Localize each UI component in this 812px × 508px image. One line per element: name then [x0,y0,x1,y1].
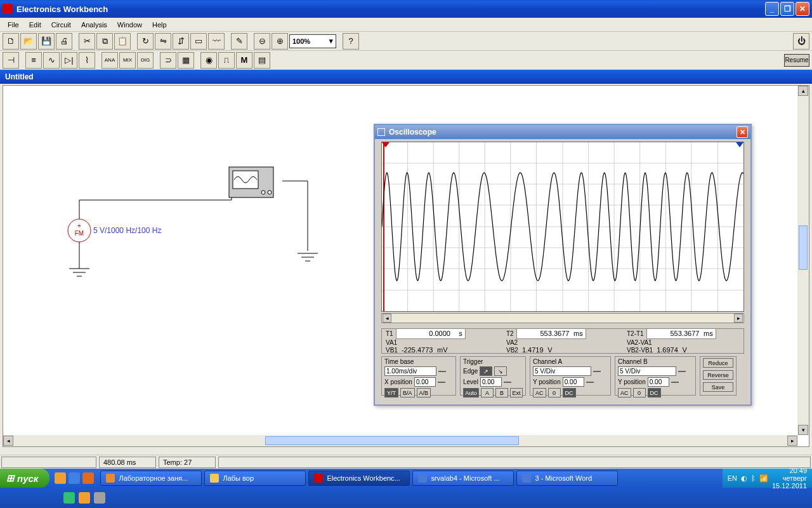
chb-ypos-input[interactable]: 0.00 [648,377,669,387]
open-button[interactable]: 📂 [20,33,37,50]
edge-fall-button[interactable]: ↘ [494,366,507,376]
graph-button[interactable]: 〰 [208,33,225,50]
ql-icon-2[interactable] [69,472,80,484]
zoom-select[interactable]: 100%▾ [289,34,336,48]
oscilloscope-title-bar[interactable]: Oscilloscope ✕ [375,125,750,139]
new-button[interactable]: 🗋 [3,33,19,50]
sources-bin[interactable]: ⊣ [3,52,19,69]
xpos-input[interactable]: 0.00 [414,377,436,387]
timebase-input[interactable]: 1.00ms/div [384,366,436,376]
oscilloscope-scrollbar[interactable]: ◂ ▸ [381,313,744,323]
yt-button[interactable]: Y/T [384,388,398,398]
workspace-hscroll[interactable]: ◂ ▸ [3,435,797,446]
system-tray[interactable]: EN ◐ ᛒ 📶 20:49 четверг 15.12.2011 [723,469,812,488]
ba-button[interactable]: B/A [400,388,415,398]
basic-bin[interactable]: ≡ [25,52,42,69]
menu-window[interactable]: Window [112,20,147,30]
vscroll-up-arrow[interactable]: ▴ [798,86,808,96]
ql2-icon-3[interactable] [94,492,105,504]
chb-dc-button[interactable]: DC [648,388,661,398]
taskbar-task-1[interactable]: Лабы вор [204,471,306,486]
zoom-in-button[interactable]: ⊕ [272,33,288,50]
taskbar-task-2[interactable]: Electronics Workbenc... [308,471,410,486]
component-props-button[interactable]: ✎ [231,33,247,50]
menu-circuit[interactable]: Circuit [46,20,76,30]
instruments-bin[interactable]: ▤ [254,52,270,69]
menu-edit[interactable]: Edit [24,20,46,30]
diode-bin[interactable]: ▷| [61,52,77,69]
taskbar-task-4[interactable]: 3 - Microsoft Word [516,471,618,486]
vscroll-down-arrow[interactable]: ▾ [798,425,808,435]
rotate-button[interactable]: ↻ [137,33,154,50]
maximize-button[interactable]: ❐ [780,2,794,16]
oscilloscope-close-button[interactable]: ✕ [737,126,748,138]
save-button[interactable]: 💾 [38,33,55,50]
trigger-a-button[interactable]: A [481,388,494,398]
logic-bin[interactable]: ⊃ [160,52,176,69]
chb-0-button[interactable]: 0 [633,388,646,398]
scroll-right-arrow[interactable]: ▸ [734,314,743,323]
tray-network-icon[interactable]: ◐ [741,474,747,483]
indicators-bin[interactable]: ◉ [200,52,217,69]
digital-bin[interactable]: DIG [137,52,154,69]
trigger-ext-button[interactable]: Ext [510,388,523,398]
mixed-bin[interactable]: MIX [119,52,136,69]
menu-help[interactable]: Help [147,20,172,30]
reverse-button[interactable]: Reverse [703,370,733,380]
hscroll-thumb[interactable] [265,436,519,445]
help-button[interactable]: ? [343,33,359,50]
cha-dc-button[interactable]: DC [563,388,576,398]
taskbar-task-3[interactable]: srvalab4 - Microsoft ... [412,471,514,486]
ql-icon-3[interactable] [82,472,94,484]
controls-bin[interactable]: ⎍ [218,52,235,69]
cha-scale-input[interactable]: 5 V/Div [533,366,591,376]
tray-clock[interactable]: 20:49 четверг 15.12.2011 [772,467,807,490]
menu-file[interactable]: File [3,20,24,30]
minimize-button[interactable]: _ [765,2,779,16]
copy-button[interactable]: ⧉ [96,33,113,50]
lang-indicator[interactable]: EN [728,474,737,482]
subcircuit-button[interactable]: ▭ [190,33,207,50]
cha-ac-button[interactable]: AC [533,388,546,398]
flip-h-button[interactable]: ⇋ [155,33,171,50]
reduce-button[interactable]: Reduce [703,358,733,368]
save-trace-button[interactable]: Save [703,382,733,392]
zoom-out-button[interactable]: ⊖ [254,33,270,50]
ql2-icon-2[interactable] [79,492,90,504]
chb-scale-input[interactable]: 5 V/Div [618,366,676,376]
ab-button[interactable]: A/B [417,388,431,398]
paste-button[interactable]: 📋 [114,33,131,50]
resume-button[interactable]: Resume [784,54,809,67]
cut-button[interactable]: ✂ [79,33,95,50]
print-button[interactable]: 🖨 [56,33,72,50]
vscroll-thumb[interactable] [799,225,808,270]
chb-ac-button[interactable]: AC [618,388,631,398]
cha-0-button[interactable]: 0 [548,388,561,398]
tray-wifi-icon[interactable]: 📶 [759,474,768,483]
cha-ypos-input[interactable]: 0.00 [563,377,584,387]
scroll-left-arrow[interactable]: ◂ [383,314,391,323]
tray-bluetooth-icon[interactable]: ᛒ [751,474,756,482]
close-button[interactable]: ✕ [796,2,809,16]
workspace-vscroll[interactable]: ▴ ▾ [797,86,809,435]
analog-bin[interactable]: ANA [102,52,118,69]
trigger-auto-button[interactable]: Auto [463,388,479,398]
hscroll-right-arrow[interactable]: ▸ [787,436,797,446]
resistor-bin[interactable]: ∿ [43,52,60,69]
start-button[interactable]: ⊞ пуск [0,469,49,488]
oscilloscope-window[interactable]: Oscilloscope ✕ [374,124,752,406]
oscilloscope-screen[interactable] [381,142,744,312]
transistor-bin[interactable]: ⌇ [79,52,95,69]
flip-v-button[interactable]: ⇵ [173,33,189,50]
trigger-b-button[interactable]: B [495,388,508,398]
ic-bin[interactable]: ▦ [178,52,194,69]
taskbar-task-0[interactable]: Лабораторное заня... [100,471,202,486]
simulate-switch[interactable]: ⏻ [793,33,809,50]
menu-analysis[interactable]: Analysis [76,20,112,30]
ql2-icon-1[interactable] [63,492,75,504]
schematic-workspace[interactable]: + FM 5 V/1000 Hz/100 Hz Oscilloscope ✕ [3,85,809,447]
edge-rise-button[interactable]: ↗ [480,366,492,376]
hscroll-left-arrow[interactable]: ◂ [3,436,13,446]
misc-bin[interactable]: M [236,52,252,69]
trigger-level-input[interactable]: 0.00 [480,377,502,387]
